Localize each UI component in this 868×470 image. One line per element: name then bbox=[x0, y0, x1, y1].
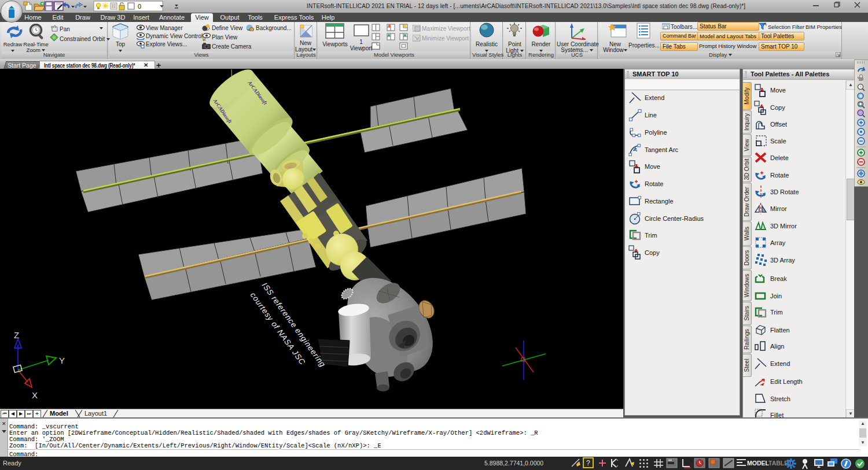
svg-text:Z: Z bbox=[14, 330, 19, 340]
svg-text:MODEL: MODEL bbox=[747, 460, 770, 467]
svg-text:?: ? bbox=[586, 459, 590, 467]
svg-text:X: X bbox=[32, 390, 38, 400]
svg-text:0: 0 bbox=[138, 3, 141, 10]
svg-text:Y: Y bbox=[59, 356, 65, 365]
